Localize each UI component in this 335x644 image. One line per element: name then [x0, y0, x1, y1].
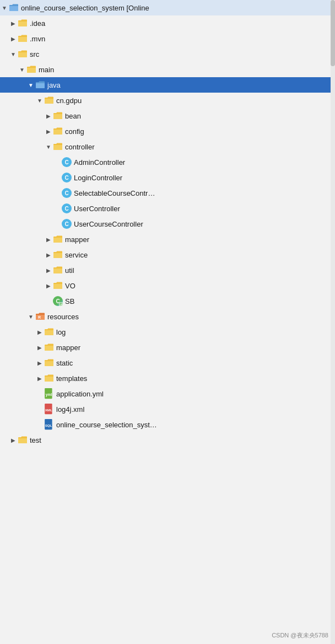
tree-item-label: java — [47, 81, 61, 89]
tree-item-resources[interactable]: R resources — [0, 309, 335, 324]
tree-item-label: mapper — [56, 344, 80, 352]
tree-item-label: cn.gdpu — [56, 96, 82, 105]
tree-item-application.yml[interactable]: yml application.yml — [0, 386, 335, 401]
tree-item-service[interactable]: service — [0, 247, 335, 262]
tree-item-mapper2[interactable]: mapper — [0, 340, 335, 355]
folder-icon — [53, 282, 63, 289]
tree-item-label: bean — [65, 112, 81, 120]
arrow-collapsed-icon — [35, 343, 44, 352]
tree-item-test[interactable]: test — [0, 432, 335, 448]
folder-icon — [26, 66, 36, 73]
tree-item-root[interactable]: online_course_selection_system [Online — [0, 0, 335, 15]
tree-item-label: LoginController — [74, 174, 122, 182]
tree-item-LoginController[interactable]: CLoginController — [0, 170, 335, 185]
arrow-collapsed-icon — [44, 111, 53, 120]
arrow-expanded-icon — [9, 50, 18, 58]
tree-item-AdminController[interactable]: CAdminController — [0, 154, 335, 170]
tree-item-log4j.xml[interactable]: XML log4j.xml — [0, 401, 335, 417]
arrow-collapsed-icon — [44, 250, 53, 259]
tree-item-label: main — [39, 66, 54, 74]
folder-icon — [44, 374, 54, 382]
tree-item-label: service — [65, 251, 88, 259]
tree-item-label: application.yml — [56, 390, 104, 398]
svg-text:yml: yml — [46, 392, 52, 396]
arrow-expanded-icon — [18, 65, 26, 74]
tree-item-label: VO — [65, 282, 75, 290]
class-icon: C — [62, 157, 72, 167]
folder-icon — [53, 112, 63, 120]
tree-item-main[interactable]: main — [0, 62, 335, 77]
tree-item-label: controller — [65, 143, 94, 151]
tree-item-util[interactable]: util — [0, 262, 335, 278]
tree-item-label: SB — [65, 297, 74, 305]
folder-icon — [18, 19, 28, 27]
tree-item-controller[interactable]: controller — [0, 139, 335, 154]
arrow-expanded-icon — [26, 312, 35, 321]
folder-icon — [53, 266, 63, 274]
tree-item-VO[interactable]: VO — [0, 278, 335, 293]
arrow-expanded-icon — [0, 3, 9, 12]
folder-icon — [53, 235, 63, 243]
folder-icon — [18, 436, 28, 444]
arrow-expanded-icon — [26, 80, 35, 89]
tree-item-mvn[interactable]: .mvn — [0, 31, 335, 46]
tree-item-label: src — [30, 50, 39, 58]
folder-icon — [18, 35, 28, 42]
folder-source-icon — [35, 81, 45, 89]
folder-icon — [44, 96, 54, 104]
sql-file-icon: SQL — [44, 420, 54, 430]
tree-item-label: templates — [56, 374, 87, 383]
tree-item-label: AdminController — [74, 158, 125, 167]
tree-item-mapper[interactable]: mapper — [0, 232, 335, 247]
folder-icon — [53, 127, 63, 135]
tree-item-label: .mvn — [30, 35, 45, 43]
tree-item-label: static — [56, 359, 73, 367]
tree-item-UserCourseController[interactable]: CUserCourseController — [0, 216, 335, 232]
folder-res-icon: R — [35, 313, 45, 320]
tree-item-bean[interactable]: bean — [0, 108, 335, 124]
tree-item-static[interactable]: static — [0, 355, 335, 371]
arrow-collapsed-icon — [44, 127, 53, 136]
folder-icon — [44, 328, 54, 336]
tree-item-cn.gdpu[interactable]: cn.gdpu — [0, 93, 335, 108]
class-icon: C — [62, 188, 72, 198]
tree-item-SelectableCourseController[interactable]: CSelectableCourseContr… — [0, 185, 335, 201]
tree-item-log[interactable]: log — [0, 324, 335, 340]
tree-item-java[interactable]: java — [0, 77, 335, 93]
class-icon: C — [62, 219, 72, 229]
folder-icon — [18, 50, 28, 58]
folder-icon — [44, 359, 54, 367]
arrow-collapsed-icon — [44, 281, 53, 290]
arrow-collapsed-icon — [35, 358, 44, 367]
scrollbar-track[interactable] — [331, 0, 335, 644]
tree-item-label: test — [30, 436, 41, 444]
tree-item-SB[interactable]: C ⚙ SB — [0, 293, 335, 309]
footer-label: CSDN @夜未央5788 — [272, 631, 328, 640]
svg-text:R: R — [38, 315, 41, 319]
tree-item-label: online_course_selection_system [Online — [21, 4, 149, 12]
class-icon: C — [62, 173, 72, 183]
tree-item-label: mapper — [65, 235, 89, 244]
tree-item-label: util — [65, 266, 74, 275]
tree-item-src[interactable]: src — [0, 46, 335, 62]
tree-item-templates[interactable]: templates — [0, 371, 335, 386]
tree-item-label: UserController — [74, 205, 120, 213]
arrow-expanded-icon — [44, 142, 53, 151]
tree-item-config[interactable]: config — [0, 124, 335, 139]
tree-item-idea[interactable]: .idea — [0, 15, 335, 31]
tree-item-label: config — [65, 127, 84, 136]
class-icon: C — [62, 203, 72, 213]
tree-item-online_course_selection_syst[interactable]: SQL online_course_selection_syst… — [0, 417, 335, 432]
svg-text:SQL: SQL — [45, 423, 52, 427]
spring-class-icon: C ⚙ — [53, 296, 63, 306]
arrow-collapsed-icon — [44, 266, 53, 275]
tree-item-label: SelectableCourseContr… — [74, 189, 155, 197]
tree-item-label: UserCourseController — [74, 220, 143, 228]
folder-icon — [53, 143, 63, 151]
folder-icon — [53, 251, 63, 259]
xml-file-icon: XML — [44, 404, 54, 414]
yml-file-icon: yml — [44, 389, 54, 399]
folder-special-icon — [9, 4, 19, 12]
scrollbar-thumb[interactable] — [331, 0, 335, 66]
tree-item-UserController[interactable]: CUserController — [0, 201, 335, 216]
